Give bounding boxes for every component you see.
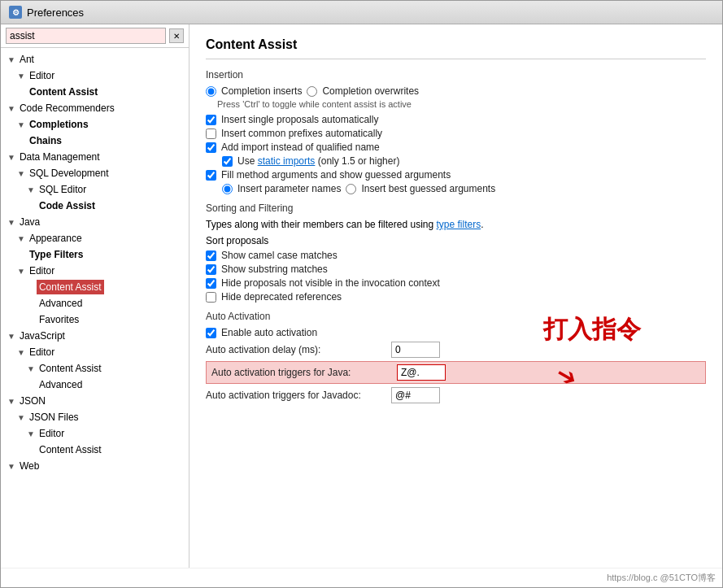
enable-auto-activation-checkbox[interactable] (206, 328, 216, 338)
common-prefixes-label[interactable]: Insert common prefixes automatically (221, 128, 382, 139)
tree-label-ant-editor[interactable]: Editor (27, 68, 57, 83)
tree-label-code-assist[interactable]: Code Assist (37, 198, 98, 213)
static-imports-link[interactable]: static imports (258, 155, 316, 167)
tree-label-favorites[interactable]: Favorites (37, 312, 81, 327)
tree-label-json[interactable]: JSON (17, 394, 48, 408)
search-clear-button[interactable]: ✕ (169, 28, 184, 43)
tree-label-sql-editor[interactable]: SQL Editor (37, 182, 89, 197)
tree-label-code-recommenders[interactable]: Code Recommenders (17, 101, 117, 115)
tree-item-java[interactable]: ▼ Java (1, 214, 189, 230)
tree-label-ant[interactable]: Ant (17, 52, 37, 67)
insert-param-names-label[interactable]: Insert parameter names (237, 183, 341, 194)
tree-label-json-content-assist[interactable]: Content Assist (37, 442, 104, 457)
search-bar: ✕ (1, 24, 189, 48)
tree-item-code-recommenders[interactable]: ▼ Code Recommenders (1, 100, 189, 116)
tree-item-json[interactable]: ▼ JSON (1, 393, 189, 409)
tree-item-advanced[interactable]: Advanced (1, 295, 189, 311)
insert-best-guessed-label[interactable]: Insert best guessed arguments (361, 183, 495, 194)
tree-label-ant-content-assist[interactable]: Content Assist (27, 85, 100, 99)
hide-not-visible-label[interactable]: Hide proposals not visible in the invoca… (221, 277, 440, 289)
tree-item-favorites[interactable]: Favorites (1, 311, 189, 328)
tree-item-chains[interactable]: Chains (1, 133, 189, 149)
tree-label-java-content-assist[interactable]: Content Assist (37, 280, 104, 294)
tree-item-data-management[interactable]: ▼ Data Management (1, 149, 189, 165)
insertion-section-title: Insertion (206, 69, 706, 81)
static-imports-label[interactable]: Use static imports (only 1.5 or higher) (237, 155, 399, 167)
enable-auto-activation-label[interactable]: Enable auto activation (221, 327, 317, 338)
tree-item-sql-development[interactable]: ▼ SQL Development (1, 165, 189, 181)
tree-item-java-content-assist[interactable]: ▼ Content Assist (1, 279, 189, 295)
tree-label-advanced[interactable]: Advanced (37, 296, 85, 311)
tree-label-java-editor[interactable]: Editor (27, 264, 57, 278)
fill-method-row: Fill method arguments and show guessed a… (206, 169, 706, 181)
fill-method-label[interactable]: Fill method arguments and show guessed a… (221, 169, 451, 181)
tree-item-completions[interactable]: ▼ Completions (1, 116, 189, 133)
tree-label-json-editor[interactable]: Editor (37, 426, 67, 441)
ctrl-toggle-hint: Press 'Ctrl' to toggle while content ass… (217, 99, 706, 109)
search-input[interactable] (6, 28, 166, 44)
tree-label-completions[interactable]: Completions (27, 117, 91, 132)
param-mode-row: Insert parameter names Insert best guess… (222, 183, 706, 194)
fill-method-checkbox[interactable] (206, 170, 216, 181)
single-proposals-row: Insert single proposals automatically (206, 114, 706, 125)
add-import-label[interactable]: Add import instead of qualified name (221, 142, 380, 153)
auto-activation-delay-row: Auto activation delay (ms): (206, 342, 706, 358)
hide-deprecated-checkbox[interactable] (206, 292, 216, 303)
tree-label-web[interactable]: Web (17, 459, 41, 473)
hide-deprecated-label[interactable]: Hide deprecated references (221, 291, 342, 303)
tree-label-js-advanced[interactable]: Advanced (37, 377, 85, 392)
tree-label-js-content-assist[interactable]: Content Assist (37, 361, 104, 376)
tree-item-js-editor[interactable]: ▼ Editor (1, 344, 189, 360)
tree-item-sql-editor[interactable]: ▼ SQL Editor (1, 181, 189, 198)
auto-activation-triggers-java-label: Auto activation triggers for Java: (211, 367, 390, 378)
arrow-icon: ▼ (7, 218, 15, 227)
arrow-icon: ▼ (27, 185, 35, 194)
tree-item-java-editor[interactable]: ▼ Editor (1, 263, 189, 279)
show-substring-checkbox[interactable] (206, 264, 216, 275)
tree-item-js-content-assist[interactable]: ▼ Content Assist (1, 360, 189, 377)
static-imports-checkbox[interactable] (222, 156, 233, 167)
tree-item-code-assist[interactable]: Code Assist (1, 198, 189, 214)
single-proposals-checkbox[interactable] (206, 115, 216, 125)
tree-label-js-editor[interactable]: Editor (27, 345, 57, 359)
tree-item-javascript[interactable]: ▼ JavaScript (1, 328, 189, 344)
tree-label-chains[interactable]: Chains (27, 133, 64, 148)
arrow-icon: ▼ (7, 55, 15, 64)
add-import-checkbox[interactable] (206, 142, 216, 153)
tree-item-editor[interactable]: ▼ Editor (1, 68, 189, 84)
tree-item-json-content-assist[interactable]: Content Assist (1, 442, 189, 458)
insert-param-names-radio[interactable] (222, 184, 233, 194)
tree-label-java[interactable]: Java (17, 215, 42, 229)
completion-overwrites-radio[interactable] (307, 86, 317, 97)
tree-item-json-editor[interactable]: ▼ Editor (1, 425, 189, 442)
tree-label-appearance[interactable]: Appearance (27, 231, 85, 246)
tree-item-web[interactable]: ▼ Web (1, 458, 189, 474)
tree-item-json-files[interactable]: ▼ JSON Files (1, 409, 189, 425)
auto-activation-triggers-java-input[interactable] (397, 364, 446, 381)
completion-inserts-radio[interactable] (206, 86, 216, 97)
auto-activation-delay-input[interactable] (391, 342, 440, 358)
tree-label-sql-development[interactable]: SQL Development (27, 166, 111, 181)
arrow-icon: ▼ (27, 283, 35, 292)
common-prefixes-checkbox[interactable] (206, 128, 216, 139)
arrow-icon: ▼ (7, 397, 15, 406)
tree-item-ant[interactable]: ▼ Ant (1, 51, 189, 68)
auto-activation-triggers-javadoc-input[interactable] (391, 387, 440, 403)
tree-item-appearance[interactable]: ▼ Appearance (1, 230, 189, 246)
tree-item-type-filters[interactable]: Type Filters (1, 246, 189, 263)
tree-label-json-files[interactable]: JSON Files (27, 410, 81, 425)
tree-label-data-management[interactable]: Data Management (17, 150, 102, 164)
tree-item-ant-content-assist[interactable]: Content Assist (1, 84, 189, 100)
type-filters-link[interactable]: type filters (436, 219, 481, 230)
single-proposals-label[interactable]: Insert single proposals automatically (221, 114, 378, 125)
show-camel-case-checkbox[interactable] (206, 250, 216, 261)
hide-not-visible-checkbox[interactable] (206, 278, 216, 289)
show-substring-label[interactable]: Show substring matches (221, 264, 328, 275)
tree-item-js-advanced[interactable]: Advanced (1, 377, 189, 393)
completion-inserts-label[interactable]: Completion inserts (221, 85, 302, 97)
insert-best-guessed-radio[interactable] (346, 184, 356, 194)
tree-label-type-filters[interactable]: Type Filters (27, 247, 85, 262)
completion-overwrites-label[interactable]: Completion overwrites (322, 85, 419, 97)
show-camel-case-label[interactable]: Show camel case matches (221, 250, 338, 261)
tree-label-javascript[interactable]: JavaScript (17, 329, 68, 343)
